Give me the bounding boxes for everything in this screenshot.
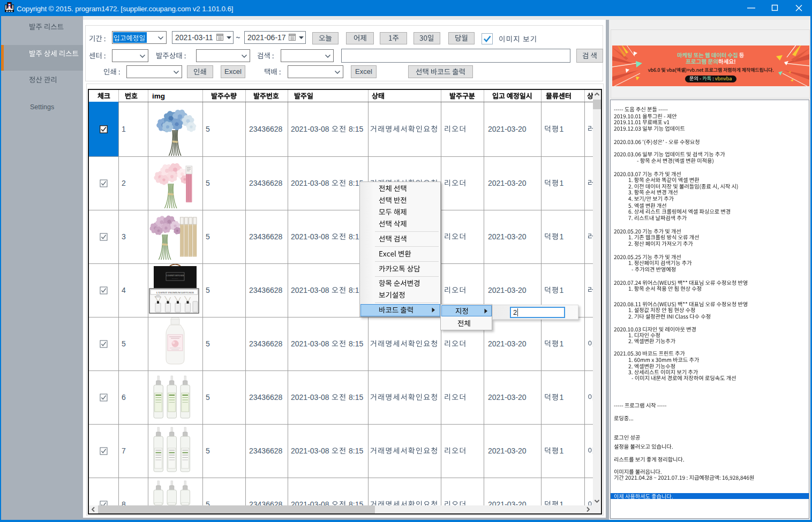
svg-text:L'ESPRIT DIFFUSER: L'ESPRIT DIFFUSER bbox=[167, 275, 184, 277]
svg-text:L'ESPRIT PREMIUM DIFFUSER: L'ESPRIT PREMIUM DIFFUSER bbox=[156, 291, 194, 294]
svg-text:S E O U L: S E O U L bbox=[172, 278, 178, 279]
